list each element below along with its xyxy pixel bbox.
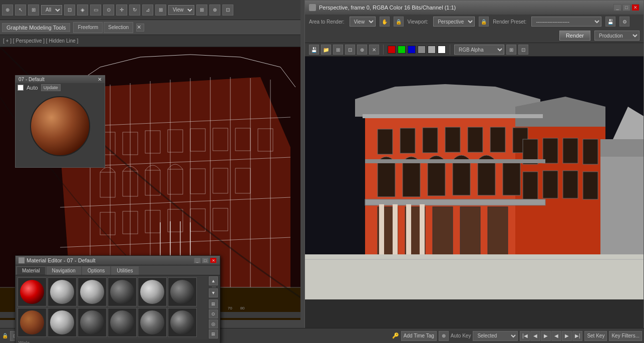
move-icon[interactable]: ✛ [116,5,127,16]
material-preview-title: 07 - Default ✕ [16,76,105,83]
auto-checkbox[interactable] [18,85,24,91]
group-render-icon[interactable]: ⊞ [333,45,343,55]
blue-channel-btn[interactable] [408,46,416,54]
area-to-render-dropdown[interactable]: View [350,17,376,27]
render-close-icon[interactable]: ✕ [369,45,379,55]
skip-start-btn[interactable]: |◀ [520,331,530,341]
preset-save-icon[interactable]: 💾 [605,17,615,27]
array-icon[interactable]: ⊕ [209,5,220,16]
production-dropdown[interactable]: Production [594,31,639,41]
update-btn[interactable]: Update [41,84,61,91]
mat-preview-close[interactable]: ✕ [98,77,102,82]
svg-rect-62 [378,129,393,154]
green-channel-btn[interactable] [398,46,406,54]
tab-navigation[interactable]: Navigation [47,266,81,275]
sphere-slot-10[interactable] [108,308,137,337]
mat-scroll-down[interactable]: ▼ [209,288,218,297]
play-btn[interactable]: ▶ [541,331,551,341]
lasso-icon[interactable]: ◈ [77,5,88,16]
sphere-slot-11[interactable] [138,308,167,337]
sphere-slot-4[interactable] [108,277,137,306]
preset-load-icon[interactable]: ⚙ [619,17,629,27]
mat-options-icon[interactable]: ⊞ [209,299,218,308]
add-time-tag-btn[interactable]: Add Time Tag [401,331,437,341]
svg-rect-87 [305,254,643,299]
hand-icon[interactable]: ✋ [380,17,390,27]
alpha-channel-btn[interactable] [418,46,426,54]
render-button[interactable]: Render [559,31,590,41]
save-render-icon[interactable]: 💾 [309,45,319,55]
mat-editor-max-btn[interactable]: □ [202,257,209,263]
select-region-icon[interactable]: ⊡ [64,5,75,16]
sphere-slot-12[interactable] [168,308,197,337]
sphere-slot-6[interactable] [168,277,197,306]
sphere-slot-7[interactable] [18,308,47,337]
selected-dropdown[interactable]: Selected [473,331,518,341]
render-preset-dropdown[interactable]: -------------------- [531,17,601,27]
sphere-slot-8[interactable] [48,308,77,337]
mat-editor-close-btn[interactable]: ✕ [210,257,217,263]
svg-rect-85 [600,139,643,157]
folder-render-icon[interactable]: 📁 [321,45,331,55]
tab-options[interactable]: Options [82,266,110,275]
scale-icon[interactable]: ⊿ [142,5,153,16]
render-window-icon [309,4,316,11]
rectangle-icon[interactable]: ▭ [90,5,101,16]
align-icon[interactable]: ⊞ [196,5,207,16]
mirror-icon[interactable]: ⊞ [155,5,166,16]
mat-backlight[interactable]: ◎ [209,319,218,328]
named-sel-icon[interactable]: ⊡ [222,5,233,16]
play-reverse-btn[interactable]: ◀ [551,331,561,341]
prev-frame-btn[interactable]: ◀ [530,331,540,341]
next-frame-btn[interactable]: ▶ [562,331,572,341]
svg-rect-61 [503,160,520,195]
viewport-lock-icon[interactable]: 🔒 [479,17,489,27]
selection-btn[interactable]: Selection [104,22,133,33]
sphere-slot-9[interactable] [78,308,107,337]
gray-channel-btn[interactable] [428,46,436,54]
key-filters-btn[interactable]: Key Filters... [609,331,642,341]
sphere-6 [170,280,194,304]
mat-scroll-up[interactable]: ▲ [209,276,218,285]
mat-sample-type[interactable]: ⊙ [209,309,218,318]
red-channel-btn[interactable] [388,46,396,54]
rotate-icon[interactable]: ↻ [129,5,140,16]
sphere-slot-2[interactable] [48,277,77,306]
area-to-render-label: Area to Render: [309,19,345,25]
select-tool-icon[interactable]: ↖ [15,5,26,16]
window-close-btn[interactable]: ✕ [631,4,639,11]
sphere-slot-1[interactable] [18,277,47,306]
viewport-dropdown[interactable]: Perspective [433,17,475,27]
render-dots-icon1[interactable]: ⊡ [345,45,355,55]
close-tab-btn[interactable]: ✕ [136,24,144,32]
window-maximize-btn[interactable]: □ [622,4,630,11]
render-dots-icon2[interactable]: ⊕ [357,45,367,55]
freeform-btn[interactable]: Freeform [73,22,103,33]
view-dropdown[interactable]: View [168,5,194,15]
tab-material[interactable]: Material [17,266,46,275]
mat-grid[interactable]: ⊞ [209,329,218,338]
channel-split-icon[interactable]: ⊡ [518,45,528,55]
svg-rect-64 [423,128,438,153]
filter-dropdown[interactable]: All [41,5,62,15]
sphere-slot-5[interactable] [138,277,167,306]
svg-rect-76 [583,172,598,199]
viewport-breadcrumb: [ + ] [ Perspective ] [ Hidden Line ] [0,35,300,47]
select-filter-icon[interactable]: ⊞ [28,5,39,16]
white-channel-btn[interactable] [438,46,446,54]
select-object-icon[interactable]: ⊕ [2,5,13,16]
set-key-btn[interactable]: Set Key [584,331,607,341]
tab-utilities[interactable]: Utilities [111,266,138,275]
lock-render-icon[interactable]: 🔒 [394,17,404,27]
window-controls: _ □ ✕ [613,4,639,11]
auto-key-btn[interactable]: ⊕ [439,331,449,341]
freeform-icon[interactable]: ⊙ [103,5,114,16]
skip-end-btn[interactable]: ▶| [572,331,582,341]
sphere-slot-3[interactable] [78,277,107,306]
mat-preview-controls: Auto Update [16,83,105,92]
channel-expand-icon[interactable]: ⊞ [506,45,516,55]
render-svg [305,57,643,299]
window-minimize-btn[interactable]: _ [613,4,621,11]
channel-select[interactable]: RGB Alpha [454,45,504,55]
mat-editor-min-btn[interactable]: _ [194,257,201,263]
